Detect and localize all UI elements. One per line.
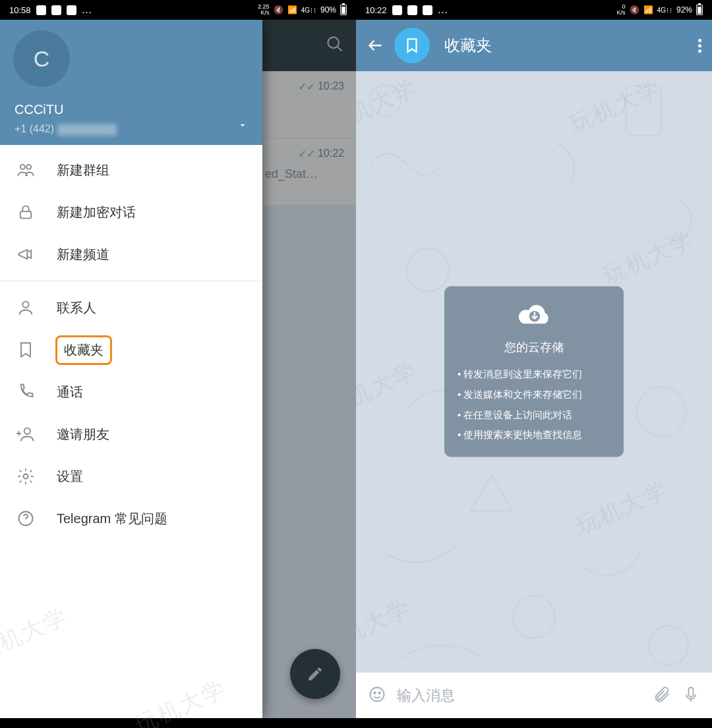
chat-body[interactable]: 您的云存储 转发消息到这里来保存它们 发送媒体和文件来存储它们 在任意设备上访问…: [356, 71, 712, 672]
menu-label: 新建加密对话: [57, 204, 136, 221]
status-time: 10:58: [9, 5, 31, 15]
menu-label: 通话: [57, 383, 83, 401]
status-app-icon: [67, 5, 76, 15]
phone-left: ✓✓ 10:23 ✓✓ 10:22 ed_Stat… C CCCiTU +1 (…: [0, 0, 356, 728]
menu-saved-messages[interactable]: 收藏夹: [0, 329, 262, 371]
status-battery-pct: 90%: [320, 5, 336, 14]
mute-icon: 🔇: [274, 5, 283, 14]
svg-rect-4: [20, 211, 31, 219]
svg-point-18: [378, 692, 380, 693]
menu-calls[interactable]: 通话: [0, 371, 262, 413]
call-icon: [16, 382, 36, 402]
mic-button[interactable]: [682, 685, 700, 706]
svg-point-11: [407, 249, 449, 291]
svg-point-2: [20, 165, 25, 169]
svg-point-14: [649, 625, 688, 665]
emoji-button[interactable]: [368, 685, 386, 706]
status-app-icon: [407, 5, 417, 15]
avatar: C: [13, 30, 70, 87]
menu-new-group[interactable]: 新建群组: [0, 149, 262, 191]
status-app-icon: [423, 5, 432, 15]
nav-drawer: C CCCiTU +1 (442) 新建群组 新建加密对话 新建频道: [0, 20, 262, 718]
menu-faq[interactable]: Telegram 常见问题: [0, 497, 262, 540]
account-phone: +1 (442): [15, 123, 117, 136]
svg-rect-19: [689, 687, 694, 696]
status-time: 10:22: [365, 5, 387, 15]
person-icon: [16, 298, 36, 318]
menu-new-channel[interactable]: 新建频道: [0, 233, 262, 275]
battery-icon: [340, 5, 347, 15]
drawer-header[interactable]: C CCCiTU +1 (442): [0, 20, 262, 145]
status-bar: 10:58 2.25K/s 🔇 📶 4G⫶⫶ 90%: [0, 0, 356, 20]
menu-label: 新建群组: [57, 161, 109, 179]
chat-title: 收藏夹: [444, 35, 492, 56]
menu-invite-friends[interactable]: 邀请朋友: [0, 413, 262, 455]
menu-new-secret-chat[interactable]: 新建加密对话: [0, 191, 262, 233]
menu-label: 新建频道: [57, 246, 109, 264]
info-heading: 您的云存储: [455, 339, 613, 355]
menu-contacts[interactable]: 联系人: [0, 287, 262, 329]
chevron-down-icon[interactable]: [237, 120, 248, 133]
drawer-menu: 新建群组 新建加密对话 新建频道 联系人 收藏夹: [0, 145, 262, 540]
saved-messages-avatar[interactable]: [394, 28, 430, 63]
arrow-left-icon: [367, 37, 384, 54]
phone-right: 收藏夹 您的云存储: [356, 0, 712, 728]
status-bar: 10:22 0K/s 🔇 📶 4G⫶⫶ 92%: [356, 0, 712, 20]
menu-label: Telegram 常见问题: [57, 510, 167, 528]
gear-icon: [16, 466, 36, 486]
svg-point-16: [371, 687, 384, 701]
message-input[interactable]: [397, 687, 642, 704]
group-icon: [16, 160, 36, 180]
android-nav-bar: [356, 718, 712, 728]
lock-icon: [16, 202, 36, 222]
signal-icon: 4G⫶⫶: [301, 7, 316, 14]
chat-header: 收藏夹: [356, 20, 712, 71]
svg-point-7: [24, 474, 28, 479]
message-input-bar: [356, 672, 712, 718]
battery-icon: [696, 5, 703, 15]
svg-point-6: [24, 428, 30, 434]
status-app-icon: [392, 5, 402, 15]
svg-rect-13: [513, 596, 555, 638]
svg-point-12: [637, 387, 686, 436]
status-app-icon: [51, 5, 61, 15]
cloud-download-icon: [514, 300, 554, 329]
status-battery-pct: 92%: [676, 5, 692, 14]
help-icon: [16, 509, 36, 528]
menu-label: 联系人: [57, 299, 96, 317]
menu-label: 邀请朋友: [57, 426, 109, 443]
attach-button[interactable]: [653, 685, 671, 706]
wifi-icon: 📶: [287, 5, 297, 14]
status-app-icon: [36, 5, 46, 15]
svg-point-5: [22, 302, 28, 308]
svg-point-17: [374, 692, 375, 693]
divider: [0, 281, 262, 281]
android-nav-bar: [0, 718, 356, 728]
svg-point-9: [370, 85, 401, 116]
status-more-icon: [82, 4, 92, 16]
mute-icon: 🔇: [630, 5, 639, 14]
bookmark-icon: [403, 37, 421, 54]
back-button[interactable]: [367, 37, 384, 54]
bookmark-icon: [16, 340, 36, 360]
status-net-speed: 0K/s: [617, 4, 626, 16]
info-bullets: 转发消息到这里来保存它们 发送媒体和文件来存储它们 在任意设备上访问此对话 使用…: [455, 364, 613, 445]
menu-label-highlighted: 收藏夹: [55, 335, 112, 365]
wifi-icon: 📶: [643, 5, 653, 14]
signal-icon: 4G⫶⫶: [657, 7, 672, 14]
status-more-icon: [438, 4, 448, 16]
invite-icon: [16, 424, 36, 444]
cloud-info-card: 您的云存储 转发消息到这里来保存它们 发送媒体和文件来存储它们 在任意设备上访问…: [444, 287, 624, 457]
more-button[interactable]: [698, 37, 701, 55]
svg-point-3: [26, 165, 31, 169]
menu-settings[interactable]: 设置: [0, 455, 262, 497]
status-net-speed: 2.25K/s: [258, 4, 270, 16]
megaphone-icon: [16, 244, 36, 264]
account-name: CCCiTU: [15, 102, 63, 117]
svg-rect-10: [626, 86, 662, 136]
menu-label: 设置: [57, 468, 83, 486]
